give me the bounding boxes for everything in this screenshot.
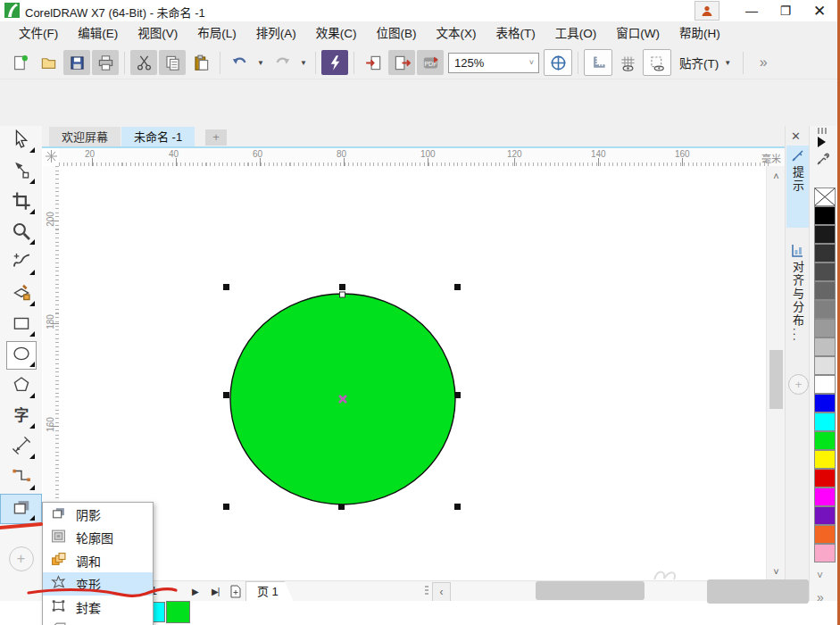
menu-item-3[interactable]: 布局(L): [187, 21, 246, 46]
palette-flyout-arrow-icon[interactable]: [818, 137, 826, 147]
docker-add-button[interactable]: +: [788, 374, 809, 395]
no-color-swatch[interactable]: [814, 188, 836, 206]
menu-item-8[interactable]: 表格(T): [487, 21, 545, 46]
save-button[interactable]: [63, 50, 90, 75]
smart-fill-tool[interactable]: [0, 279, 42, 309]
flyout-item-partial[interactable]: [43, 619, 153, 625]
zoom-dropdown-arrow-icon[interactable]: ˅: [529, 58, 538, 67]
docker-close-icon[interactable]: ✕: [791, 129, 801, 143]
color-swatch-0000f2[interactable]: [814, 394, 836, 412]
menu-item-7[interactable]: 文本(X): [427, 21, 487, 46]
new-document-tab-button[interactable]: +: [205, 129, 227, 146]
menu-item-2[interactable]: 视图(V): [128, 21, 187, 46]
text-tool[interactable]: 字: [0, 402, 42, 432]
maximize-button[interactable]: ❐: [769, 0, 802, 21]
document-color-green[interactable]: [166, 601, 190, 623]
scroll-down-arrow[interactable]: ˅: [767, 563, 786, 579]
tab-welcome-screen[interactable]: 欢迎屏幕: [49, 127, 121, 147]
color-swatch-f26522[interactable]: [814, 525, 836, 544]
zoom-level-select[interactable]: 125%˅: [448, 53, 539, 73]
zoom-tool[interactable]: [0, 218, 42, 248]
close-button[interactable]: ✕: [803, 0, 836, 21]
color-swatch-808080[interactable]: [814, 300, 836, 319]
ruler-origin-icon[interactable]: [45, 149, 58, 163]
selection-handle[interactable]: [223, 392, 229, 398]
shape-tool[interactable]: [0, 156, 42, 187]
add-page-icon[interactable]: [229, 585, 242, 598]
freehand-tool[interactable]: [0, 248, 42, 279]
selection-handle[interactable]: [454, 392, 461, 398]
color-swatch-000000[interactable]: [814, 206, 836, 225]
scrollbar-splitter[interactable]: [425, 586, 428, 596]
connector-tool[interactable]: [0, 462, 42, 493]
tab-untitled-1[interactable]: 未命名 -1: [121, 127, 195, 147]
flyout-item-轮廓图[interactable]: 轮廓图: [43, 526, 153, 549]
menu-item-4[interactable]: 排列(A): [246, 21, 306, 46]
selection-handle[interactable]: [339, 284, 345, 290]
toolbar-overflow[interactable]: »: [749, 50, 776, 75]
open-button[interactable]: [35, 50, 62, 75]
menu-item-10[interactable]: 窗口(W): [606, 21, 670, 46]
paste-button[interactable]: [187, 50, 214, 75]
color-swatch-1a1a1a[interactable]: [814, 225, 836, 244]
pick-tool[interactable]: [0, 126, 42, 156]
redo-button[interactable]: [269, 50, 295, 75]
flyout-item-阴影[interactable]: 阴影: [43, 503, 153, 526]
full-screen-preview-button[interactable]: [544, 49, 572, 76]
page-1-tab[interactable]: 页 1: [245, 581, 294, 602]
color-swatch-666666[interactable]: [814, 281, 836, 300]
color-swatch-e00000[interactable]: [814, 469, 836, 488]
new-document-button[interactable]: [6, 50, 33, 75]
publish-pdf-button[interactable]: PDF: [417, 50, 444, 75]
undo-button[interactable]: [226, 50, 253, 75]
redo-dropdown[interactable]: ▼: [297, 50, 310, 75]
snap-menu[interactable]: 贴齐(T)▼: [672, 54, 738, 71]
ellipse-tool[interactable]: [0, 340, 42, 371]
import-button[interactable]: [360, 50, 387, 75]
export-button[interactable]: [388, 50, 415, 75]
menu-item-0[interactable]: 文件(F): [9, 21, 68, 46]
selection-handle[interactable]: [338, 504, 345, 510]
cut-button[interactable]: [130, 50, 157, 75]
show-rulers-button[interactable]: [584, 49, 612, 76]
color-swatch-7612bd[interactable]: [814, 506, 836, 525]
color-swatch-fff500[interactable]: [814, 450, 836, 469]
flyout-item-封套[interactable]: 封套: [43, 596, 153, 619]
color-swatch-00ffff[interactable]: [814, 412, 836, 431]
flyout-item-变形[interactable]: 变形: [43, 572, 153, 596]
drawing-canvas[interactable]: [59, 166, 766, 580]
menu-item-11[interactable]: 帮助(H): [670, 21, 730, 46]
vertical-scroll-thumb[interactable]: [769, 350, 783, 409]
eyedropper-icon[interactable]: [816, 151, 831, 166]
undo-dropdown[interactable]: ▼: [254, 50, 267, 75]
selection-handle[interactable]: [454, 504, 461, 510]
polygon-tool[interactable]: [0, 371, 42, 401]
application-launcher-button[interactable]: [321, 50, 348, 75]
minimize-button[interactable]: —: [736, 0, 768, 21]
user-account-icon[interactable]: [694, 1, 719, 21]
flyout-item-调和[interactable]: 调和: [43, 549, 153, 572]
snap-to-button[interactable]: [643, 49, 671, 76]
color-swatch-ff00ff[interactable]: [814, 488, 836, 506]
copy-button[interactable]: [159, 50, 186, 75]
menu-item-5[interactable]: 效果(C): [306, 21, 367, 46]
selection-handle[interactable]: [223, 284, 229, 290]
scroll-left-arrow[interactable]: ‹: [432, 582, 451, 602]
color-swatch-ffffff[interactable]: [814, 375, 836, 394]
crop-tool[interactable]: [0, 188, 42, 218]
rectangle-tool[interactable]: [0, 310, 42, 340]
menu-item-9[interactable]: 工具(O): [545, 21, 607, 46]
menu-item-6[interactable]: 位图(B): [367, 21, 427, 46]
color-swatch-e0e0e0[interactable]: [814, 356, 836, 375]
color-swatch-f9a8c9[interactable]: [814, 544, 836, 562]
selection-handle[interactable]: [454, 284, 461, 290]
selection-handle[interactable]: [223, 504, 229, 510]
color-swatch-9a9a9a[interactable]: [814, 319, 836, 338]
last-page-button[interactable]: ▶|: [212, 581, 219, 601]
scroll-up-arrow[interactable]: ˄: [767, 168, 786, 183]
color-swatch-00e519[interactable]: [814, 431, 836, 450]
docker-tab-hints[interactable]: 提示: [786, 146, 809, 228]
drop-shadow-tool[interactable]: [0, 494, 42, 524]
toolbox-add-button[interactable]: +: [0, 546, 42, 571]
dimension-tool[interactable]: [0, 432, 42, 462]
